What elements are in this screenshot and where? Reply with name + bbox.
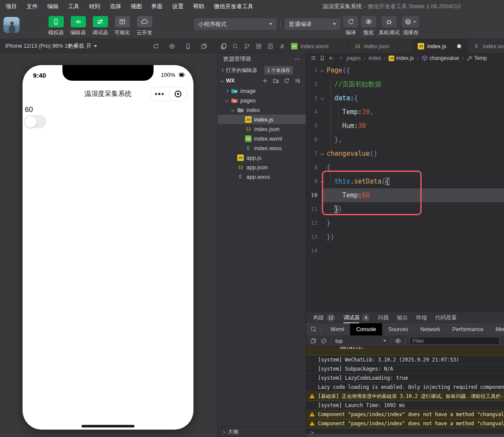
source-control-button[interactable] [244, 43, 250, 49]
panel-tab-构建[interactable]: 构建12 [313, 312, 335, 323]
project-root-row[interactable]: WX [218, 76, 306, 86]
breadcrumb-Temp[interactable]: Temp [467, 55, 487, 61]
console-row: details. [306, 347, 504, 355]
tree-item-app.js[interactable]: JSapp.js [218, 153, 306, 162]
devtools-tab-Sources[interactable]: Sources [382, 323, 414, 335]
breadcrumb-pages[interactable]: pages [347, 55, 361, 61]
files-view-button[interactable] [220, 43, 227, 49]
fold-chevron-icon [320, 180, 324, 183]
menu-item-编辑[interactable]: 编辑 [47, 3, 59, 10]
open-editors-row[interactable]: 打开的编辑器 1 个未保存 [218, 65, 306, 76]
mode-button-编辑器[interactable]: </>编辑器 [69, 16, 87, 36]
outline-section[interactable]: 大纲 [218, 427, 306, 437]
tree-item-index[interactable]: index [218, 105, 306, 115]
mode-button-调试器[interactable]: 调试器 [91, 16, 109, 36]
avatar[interactable] [3, 17, 20, 33]
menu-item-选择[interactable]: 选择 [110, 3, 121, 10]
clear-console-icon[interactable] [321, 338, 327, 344]
tree-item-app.json[interactable]: {..}app.json [218, 162, 306, 172]
tree-item-index.json[interactable]: {..}index.json [218, 124, 306, 134]
panel-tab-调试器[interactable]: 调试器4 [344, 312, 370, 323]
mode-button-云开发[interactable]: 云开发 [135, 16, 154, 36]
compile-mode-select[interactable]: 普通编译 [285, 18, 340, 30]
fold-gutter[interactable] [317, 63, 327, 77]
live-expression-eye-icon[interactable] [395, 338, 401, 344]
sidebar-toggle-icon[interactable] [310, 338, 317, 344]
devtools-tab-Wxml[interactable]: Wxml [324, 323, 350, 335]
action-button-编译[interactable]: 编译 [343, 16, 358, 36]
menu-item-文件[interactable]: 文件 [26, 3, 38, 10]
more-icon[interactable] [150, 93, 169, 95]
hot-reload-toggle[interactable]: 热重载 开 [68, 39, 97, 53]
tab-index.wxss[interactable]: 3index.wxss [468, 39, 504, 53]
tree-item-index.js[interactable]: JSindex.js [218, 115, 306, 124]
menu-item-界面[interactable]: 界面 [151, 3, 163, 10]
devtools-tab-Network[interactable]: Network [414, 323, 446, 335]
wxml-file-icon: </> [245, 135, 252, 142]
action-button-真机调试[interactable]: 真机调试 [379, 16, 399, 36]
extensions-button[interactable] [255, 43, 262, 49]
device-button[interactable] [185, 43, 191, 49]
detach-window-button[interactable] [201, 43, 207, 49]
menu-item-设置[interactable]: 设置 [172, 3, 183, 10]
ellipsis-icon[interactable] [294, 56, 301, 62]
breadcrumb-changevalue[interactable]: changevalue [422, 55, 459, 61]
tree-item-index.wxss[interactable]: 3index.wxss [218, 143, 306, 153]
tree-item-pages[interactable]: pages [218, 95, 306, 105]
devtools-tab-Performance[interactable]: Performance [446, 323, 490, 335]
fold-gutter[interactable] [317, 91, 327, 105]
breadcrumb-index.js[interactable]: JSindex.js [389, 55, 414, 61]
outline-list-icon[interactable] [310, 55, 316, 61]
action-button-清缓存[interactable]: 清缓存 [402, 16, 419, 36]
new-file-button[interactable] [262, 78, 268, 84]
menu-item-转到[interactable]: 转到 [89, 3, 100, 10]
tab-index.wxml[interactable]: </>index.wxml [285, 39, 349, 53]
chevron-right-icon [222, 430, 225, 434]
mode-button-可视化[interactable]: 可视化 [113, 16, 131, 36]
tree-item-image[interactable]: image [218, 86, 306, 95]
panel-tab-终端[interactable]: 终端 [416, 312, 427, 323]
code-area[interactable]: 1Page({2 //页面初始数据3 data:{4 Temp:20,5 Hum… [306, 63, 504, 312]
nav-back-icon[interactable] [328, 55, 334, 61]
fold-gutter[interactable] [317, 147, 327, 161]
context-select[interactable]: top [335, 338, 386, 344]
menu-item-微信开发者工具[interactable]: 微信开发者工具 [214, 3, 253, 10]
tab-index.json[interactable]: {..}index.json [349, 39, 412, 53]
npm-button[interactable] [279, 43, 285, 49]
bookmark-icon[interactable] [319, 55, 325, 61]
menu-item-帮助[interactable]: 帮助 [193, 3, 204, 10]
stop-button[interactable] [169, 43, 175, 49]
action-button-预览[interactable]: 预览 [361, 16, 376, 36]
device-selector[interactable]: iPhone 12/13 (Pro) 96% 19 [5, 39, 77, 53]
console-output[interactable]: details.[system] WeChatLib: 3.10.2 (2025… [306, 347, 504, 434]
tree-item-app.wxss[interactable]: 3app.wxss [218, 172, 306, 181]
target-icon[interactable] [169, 90, 188, 98]
breadcrumb: pages›index›JSindex.js›changevalue›Temp [306, 53, 504, 63]
snippets-button[interactable] [267, 43, 274, 49]
panel-tab-代码质量[interactable]: 代码质量 [435, 312, 457, 323]
tree-item-index.wxml[interactable]: </>index.wxml [218, 134, 306, 143]
collapse-folders-button[interactable] [295, 78, 301, 84]
mode-select[interactable]: 小程序模式 [194, 18, 277, 30]
console-filter-input[interactable] [409, 337, 500, 345]
inspect-element-icon[interactable] [306, 326, 317, 333]
search-view-button[interactable] [232, 43, 239, 49]
code-text: Temp:20, [327, 105, 504, 119]
refresh-explorer-button[interactable] [284, 78, 290, 84]
breadcrumb-index[interactable]: index [369, 55, 381, 61]
temp-switch[interactable] [24, 115, 46, 128]
menu-item-视图[interactable]: 视图 [131, 3, 142, 10]
panel-tab-问题[interactable]: 问题 [378, 312, 389, 323]
menu-item-工具[interactable]: 工具 [68, 3, 79, 10]
tab-index.js[interactable]: JSindex.js [412, 39, 468, 53]
menu-item-项目[interactable]: 项目 [6, 3, 17, 10]
code-line-12: 12} [306, 216, 504, 230]
panel-tab-输出[interactable]: 输出 [397, 312, 408, 323]
new-folder-button[interactable] [273, 78, 279, 84]
image-folder-icon [231, 88, 238, 94]
mode-button-模拟器[interactable]: 模拟器 [47, 16, 65, 36]
restart-button[interactable] [153, 43, 159, 49]
devtools-tab-Memory[interactable]: Memory [489, 323, 504, 335]
fold-gutter[interactable] [317, 174, 327, 188]
devtools-tab-Console[interactable]: Console [350, 323, 382, 335]
